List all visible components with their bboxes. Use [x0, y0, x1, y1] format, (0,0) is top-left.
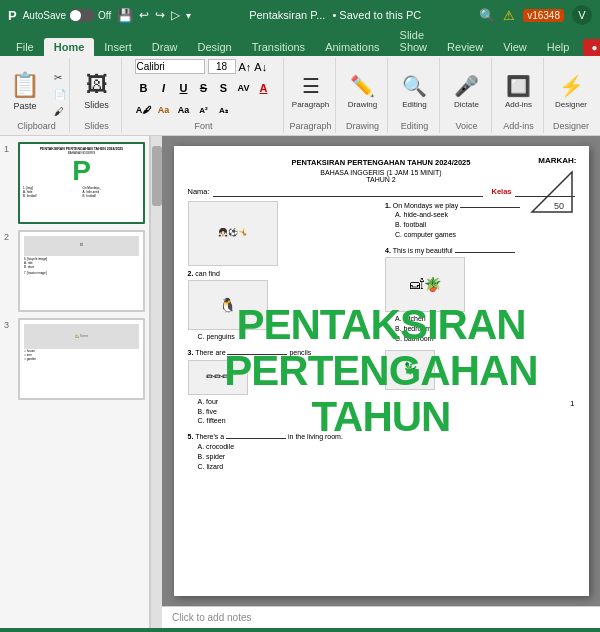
caps-button[interactable]: Aa	[175, 101, 193, 119]
slide-subject: BAHASA INGGERIS (1 JAM 15 MINIT)	[188, 169, 575, 176]
bold-button[interactable]: B	[135, 79, 153, 97]
format-painter-button[interactable]: 🖌	[50, 104, 70, 119]
q3-opt-b: B. five	[198, 407, 378, 417]
save-icon[interactable]: 💾	[117, 8, 133, 23]
autosave-badge: AutoSave Off	[23, 9, 112, 22]
underline-button[interactable]: U	[175, 79, 193, 97]
ribbon-group-font: A↑ A↓ B I U S S AV A A🖌 Aa Aa A² A₂ Font	[124, 58, 284, 133]
ribbon-group-voice: 🎤 Dictate Voice	[442, 58, 492, 133]
tab-draw[interactable]: Draw	[142, 38, 188, 56]
present-icon[interactable]: ▷	[171, 8, 180, 22]
record-button[interactable]: ● Record	[583, 39, 600, 56]
svg-marker-0	[532, 172, 572, 212]
filename: Pentaksiran P...	[249, 9, 325, 21]
decrease-font-icon[interactable]: A↓	[254, 61, 267, 73]
addins-content: 🔲 Add-ins	[497, 60, 541, 119]
slides-button[interactable]: 🖼 Slides	[75, 63, 119, 119]
textcolor-button[interactable]: Aa	[155, 101, 173, 119]
tab-review[interactable]: Review	[437, 38, 493, 56]
drawing-button[interactable]: ✏️ Drawing	[341, 63, 385, 119]
q5-image: 🦎	[385, 350, 435, 390]
autosave-toggle[interactable]	[69, 9, 95, 22]
tab-design[interactable]: Design	[187, 38, 241, 56]
slide-thumb-2[interactable]: 2 🖼 6. [bicycle image] A. ride B. drive …	[4, 230, 145, 312]
q5-opt-c: C. lizard	[198, 462, 378, 472]
slide-num-2: 2	[4, 230, 14, 242]
fontcolor-button[interactable]: A	[255, 79, 273, 97]
search-icon[interactable]: 🔍	[479, 8, 495, 23]
tab-insert[interactable]: Insert	[94, 38, 142, 56]
highlight-button[interactable]: A🖌	[135, 101, 153, 119]
editing-button[interactable]: 🔍 Editing	[393, 63, 437, 119]
paragraph-content: ☰ Paragraph	[289, 60, 333, 119]
slide-inner-1: PENTAKSIRAN PERTENGAHAN TAHUN 2024/2025 …	[20, 144, 143, 222]
cut-button[interactable]: ✂	[50, 70, 70, 85]
ribbon: 📋 Paste ✂ 📄 🖌 Clipboard 🖼 Slides Slides	[0, 56, 600, 136]
tab-slideshow[interactable]: Slide Show	[390, 26, 438, 56]
ribbon-group-slides: 🖼 Slides Slides	[72, 58, 122, 133]
dictate-label: Dictate	[454, 100, 479, 109]
q4-opt-c: C. bathroom	[395, 334, 575, 344]
increase-font-icon[interactable]: A↑	[239, 61, 252, 73]
designer-button[interactable]: ⚡ Designer	[549, 63, 593, 119]
q5-num: 5.	[188, 433, 194, 440]
designer-content: ⚡ Designer	[549, 60, 593, 119]
drawing-content: ✏️ Drawing	[341, 60, 385, 119]
shadow-button[interactable]: S	[215, 79, 233, 97]
page-number: 1	[385, 398, 575, 409]
slides-panel-scrollbar[interactable]	[150, 136, 162, 628]
questions-area: 👧🏻⚽🤸 2. can find 🐧 C. penguins 3. There …	[188, 201, 575, 478]
undo-icon[interactable]: ↩	[139, 8, 149, 22]
paragraph-button[interactable]: ☰ Paragraph	[289, 63, 333, 119]
voice-group-label: Voice	[455, 121, 477, 131]
title-bar-center: Pentaksiran P... • Saved to this PC	[191, 9, 479, 21]
tab-view[interactable]: View	[493, 38, 537, 56]
slide-preview-2[interactable]: 🖼 6. [bicycle image] A. ride B. drive 7.…	[18, 230, 145, 312]
saved-label: • Saved to this PC	[332, 9, 421, 21]
charspacing-button[interactable]: AV	[235, 79, 253, 97]
tab-animations[interactable]: Animations	[315, 38, 389, 56]
dictate-button[interactable]: 🎤 Dictate	[445, 63, 489, 119]
dictate-icon: 🎤	[454, 74, 479, 98]
slides-label: Slides	[84, 100, 109, 110]
superscript-button[interactable]: A²	[195, 101, 213, 119]
tab-transitions[interactable]: Transitions	[242, 38, 315, 56]
format-painter-icon: 🖌	[54, 106, 64, 117]
user-avatar[interactable]: V	[572, 5, 592, 25]
font-name-input[interactable]	[135, 59, 205, 74]
slides-panel: 1 PENTAKSIRAN PERTENGAHAN TAHUN 2024/202…	[0, 136, 150, 628]
notes-bar[interactable]: Click to add notes	[162, 606, 600, 628]
ribbon-group-clipboard: 📋 Paste ✂ 📄 🖌 Clipboard	[4, 58, 70, 133]
cut-icon: ✂	[54, 72, 62, 83]
slide-year: TAHUN 2	[188, 176, 575, 183]
content-area: MARKAH: 50 PENTAKSIRAN PERTENGAHAN TAHUN…	[162, 136, 600, 606]
slide-preview-1[interactable]: PENTAKSIRAN PERTENGAHAN TAHUN 2024/2025 …	[18, 142, 145, 224]
slides-content: 🖼 Slides	[75, 60, 119, 119]
redo-icon[interactable]: ↪	[155, 8, 165, 22]
slide-thumb-3[interactable]: 3 🏡 Scene □ house □ tree □ garden	[4, 318, 145, 400]
paste-button[interactable]: 📋 Paste	[3, 63, 47, 119]
markah-box: MARKAH: 50	[527, 156, 577, 217]
slide-thumb-1[interactable]: 1 PENTAKSIRAN PERTENGAHAN TAHUN 2024/202…	[4, 142, 145, 224]
q1-text: On Mondays we play	[393, 202, 520, 209]
font-size-input[interactable]	[208, 59, 236, 74]
paragraph-icon: ☰	[302, 74, 320, 98]
tab-home[interactable]: Home	[44, 38, 95, 56]
slide-inner-3: 🏡 Scene □ house □ tree □ garden	[20, 320, 143, 398]
addins-button[interactable]: 🔲 Add-ins	[497, 63, 541, 119]
questions-left: 👧🏻⚽🤸 2. can find 🐧 C. penguins 3. There …	[188, 201, 378, 478]
slide-preview-3[interactable]: 🏡 Scene □ house □ tree □ garden	[18, 318, 145, 400]
addins-label: Add-ins	[505, 100, 532, 109]
tab-help[interactable]: Help	[537, 38, 580, 56]
tab-file[interactable]: File	[6, 38, 44, 56]
slide-title: PENTAKSIRAN PERTENGAHAN TAHUN 2024/2025	[188, 158, 575, 169]
version-badge: v16348	[523, 9, 564, 22]
strikethrough-button[interactable]: S	[195, 79, 213, 97]
subscript-button[interactable]: A₂	[215, 101, 233, 119]
q2-item: 2. can find 🐧 C. penguins	[188, 269, 378, 343]
italic-button[interactable]: I	[155, 79, 173, 97]
q3-num: 3.	[188, 349, 194, 356]
copy-button[interactable]: 📄	[50, 87, 70, 102]
q4-num: 4.	[385, 247, 391, 254]
slide-canvas[interactable]: MARKAH: 50 PENTAKSIRAN PERTENGAHAN TAHUN…	[174, 146, 589, 596]
